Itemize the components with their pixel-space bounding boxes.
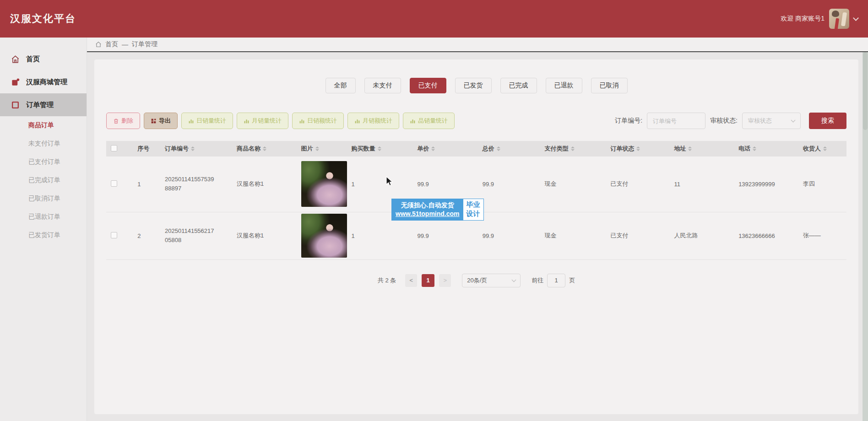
sidebar-subitem-cancelled-orders[interactable]: 已取消订单 — [0, 189, 87, 208]
chevron-down-icon[interactable] — [853, 15, 859, 21]
sort-icon[interactable] — [753, 145, 756, 153]
product-sales-count-button[interactable]: 品销量统计 — [403, 113, 455, 129]
trash-icon — [113, 118, 119, 124]
cell-total-price: 99.9 — [478, 212, 540, 259]
audit-status-select[interactable]: 审核状态 — [742, 113, 801, 129]
sidebar-item-label: 首页 — [26, 55, 40, 64]
col-unit-price[interactable]: 单价 — [412, 141, 477, 157]
next-page-button[interactable]: > — [439, 274, 451, 287]
sort-icon[interactable] — [263, 145, 266, 153]
cell-product-name: 汉服名称1 — [232, 157, 297, 212]
monthly-sales-count-button[interactable]: 月销量统计 — [237, 113, 288, 129]
chevron-down-icon — [791, 118, 796, 123]
monthly-sales-amount-button[interactable]: 月销额统计 — [347, 113, 399, 129]
tab-paid[interactable]: 已支付 — [410, 78, 446, 93]
sidebar-subitem-unpaid-orders[interactable]: 未支付订单 — [0, 135, 87, 153]
goto-suffix: 页 — [569, 276, 575, 285]
sidebar-item-label: 订单管理 — [26, 101, 54, 109]
sort-icon[interactable] — [688, 145, 692, 153]
cell-product-name: 汉服名称1 — [232, 212, 297, 259]
col-total-price[interactable]: 总价 — [478, 141, 540, 157]
page-content: 全部 未支付 已支付 已发货 已完成 已退款 已取消 删除 导出 日销量统计 — [87, 52, 868, 421]
stat-label: 日销额统计 — [307, 117, 337, 125]
chevron-down-icon — [512, 277, 516, 282]
watermark-badge: 毕业 设计 — [463, 199, 483, 220]
user-menu[interactable]: 欢迎 商家账号1 — [781, 9, 858, 29]
goto-page-input[interactable] — [547, 274, 565, 287]
sidebar-subitem-paid-orders[interactable]: 已支付订单 — [0, 153, 87, 171]
col-address[interactable]: 地址 — [669, 141, 734, 157]
order-no-line1: 202501141557539 — [165, 175, 232, 184]
cell-pay-type: 现金 — [540, 157, 606, 212]
sidebar-subitem-shipped-orders[interactable]: 已发货订单 — [0, 226, 87, 244]
col-order-no[interactable]: 订单编号 — [160, 141, 232, 157]
col-image[interactable]: 图片 — [297, 141, 347, 157]
sidebar-subitem-completed-orders[interactable]: 已完成订单 — [0, 171, 87, 189]
tab-completed[interactable]: 已完成 — [500, 78, 537, 93]
cell-image — [297, 212, 347, 259]
tab-shipped[interactable]: 已发货 — [455, 78, 492, 93]
select-all-checkbox[interactable] — [111, 145, 117, 151]
sort-icon[interactable] — [378, 145, 381, 153]
cell-index: 1 — [133, 157, 160, 212]
sidebar-item-home[interactable]: 首页 — [0, 48, 87, 70]
badge-line2: 设计 — [467, 209, 480, 218]
cell-order-no: 202501141556217 05808 — [160, 212, 232, 259]
export-button[interactable]: 导出 — [144, 113, 178, 129]
cell-index: 2 — [133, 212, 160, 259]
delete-label: 删除 — [121, 117, 133, 125]
order-no-input[interactable] — [647, 113, 705, 129]
cell-phone: 13623666666 — [734, 212, 798, 259]
mall-icon — [11, 78, 20, 86]
cell-receiver: 李四 — [798, 157, 846, 212]
avatar[interactable] — [829, 9, 849, 29]
sidebar-item-order-management[interactable]: 订单管理 — [0, 93, 87, 116]
order-no-label: 订单编号: — [615, 117, 642, 125]
tab-cancelled[interactable]: 已取消 — [591, 78, 628, 93]
prev-page-button[interactable]: < — [405, 274, 417, 287]
row-checkbox[interactable] — [111, 180, 117, 187]
sort-icon[interactable] — [191, 145, 195, 153]
sort-icon[interactable] — [431, 145, 435, 153]
home-icon — [11, 55, 20, 64]
tab-unpaid[interactable]: 未支付 — [364, 78, 401, 93]
scrollbar-track[interactable] — [863, 52, 868, 421]
watermark-line1: 无须担心.自动发货 — [396, 200, 460, 210]
breadcrumb-home[interactable]: 首页 — [105, 40, 118, 49]
product-photo[interactable] — [301, 214, 347, 258]
breadcrumb-current: 订单管理 — [132, 40, 157, 49]
sort-icon[interactable] — [497, 145, 500, 153]
daily-sales-amount-button[interactable]: 日销额统计 — [292, 113, 344, 129]
product-photo[interactable] — [301, 161, 347, 207]
cell-receiver: 张—— — [798, 212, 846, 259]
table-header-row: 序号 订单编号 商品名称 图片 购买数量 单价 总价 支付类型 订单状态 地址 … — [106, 141, 846, 157]
col-product-name[interactable]: 商品名称 — [232, 141, 297, 157]
sort-icon[interactable] — [315, 145, 319, 153]
daily-sales-count-button[interactable]: 日销量统计 — [181, 113, 233, 129]
col-phone[interactable]: 电话 — [734, 141, 798, 157]
sidebar-subitem-product-orders[interactable]: 商品订单 — [0, 116, 87, 135]
tab-refunded[interactable]: 已退款 — [546, 78, 582, 93]
search-button[interactable]: 搜索 — [809, 113, 846, 129]
sidebar-subitem-refunded-orders[interactable]: 已退款订单 — [0, 208, 87, 226]
page-number-button[interactable]: 1 — [422, 274, 434, 287]
tab-all[interactable]: 全部 — [326, 78, 356, 93]
page-size-select[interactable]: 20条/页 — [462, 274, 521, 287]
row-checkbox[interactable] — [111, 232, 117, 238]
sidebar-item-mall-management[interactable]: 汉服商城管理 — [0, 70, 87, 93]
col-quantity[interactable]: 购买数量 — [347, 141, 413, 157]
cell-image — [297, 157, 347, 212]
sidebar-item-label: 汉服商城管理 — [26, 78, 67, 86]
sort-icon[interactable] — [571, 145, 575, 153]
order-no-line2: 05808 — [165, 236, 232, 245]
delete-button[interactable]: 删除 — [106, 113, 140, 129]
col-order-status[interactable]: 订单状态 — [606, 141, 669, 157]
sort-icon[interactable] — [636, 145, 640, 153]
sort-icon[interactable] — [823, 145, 827, 153]
col-pay-type[interactable]: 支付类型 — [540, 141, 606, 157]
export-label: 导出 — [159, 117, 171, 125]
order-icon — [11, 101, 20, 109]
cell-order-status: 已支付 — [606, 157, 669, 212]
scrollbar-thumb[interactable] — [863, 52, 868, 130]
col-receiver[interactable]: 收货人 — [798, 141, 846, 157]
